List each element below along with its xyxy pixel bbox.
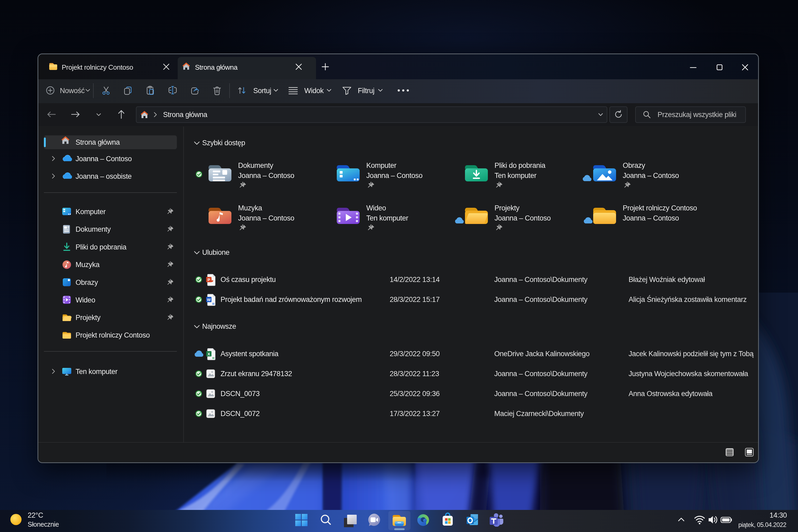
svg-text:P: P [208, 278, 210, 282]
svg-text:W: W [207, 298, 211, 302]
svg-text:X: X [208, 352, 210, 356]
